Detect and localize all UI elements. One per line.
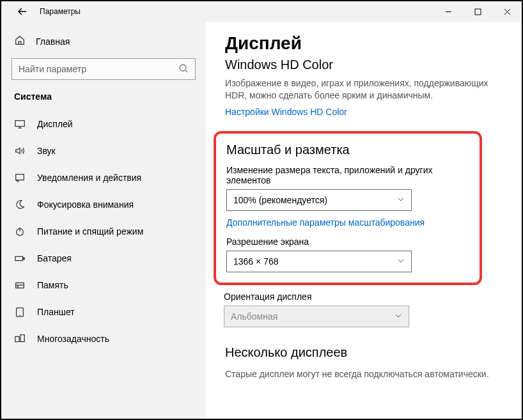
nav-label: Батарея <box>37 253 72 263</box>
svg-rect-2 <box>15 121 24 127</box>
scale-section-title: Масштаб и разметка <box>226 143 469 157</box>
orientation-combobox: Альбомная <box>224 306 409 327</box>
sidebar-home-label: Главная <box>36 36 70 47</box>
nav-label: Питание и спящий режим <box>37 226 143 237</box>
nav-item-display[interactable]: Дисплей <box>12 111 196 137</box>
nav-label: Звук <box>37 146 56 156</box>
notification-icon <box>14 172 26 183</box>
svg-rect-3 <box>16 175 24 180</box>
nav-item-focus[interactable]: Фокусировка внимания <box>12 191 196 218</box>
chevron-down-icon <box>397 256 405 267</box>
svg-rect-6 <box>23 258 24 260</box>
search-input[interactable]: Найти параметр <box>12 58 196 80</box>
hd-color-desc: Изображение в видео, играх и приложениях… <box>225 77 506 102</box>
scale-label: Изменение размера текста, приложений и д… <box>226 165 469 185</box>
nav-item-sound[interactable]: Звук <box>12 137 196 164</box>
advanced-scaling-link[interactable]: Дополнительные параметры масштабирования <box>226 217 425 228</box>
nav-item-notifications[interactable]: Уведомления и действия <box>12 164 196 191</box>
nav-item-power[interactable]: Питание и спящий режим <box>12 218 196 245</box>
resolution-combobox[interactable]: 1366 × 768 <box>226 251 412 272</box>
multi-displays-title: Несколько дисплеев <box>225 345 506 360</box>
titlebar: Параметры <box>1 1 522 22</box>
page-title: Дисплей <box>225 33 506 54</box>
battery-icon <box>14 253 26 264</box>
nav-label: Память <box>37 280 68 290</box>
main-content: Дисплей Windows HD Color Изображение в в… <box>206 22 522 419</box>
hd-color-link[interactable]: Настройки Windows HD Color <box>225 107 347 117</box>
svg-rect-11 <box>20 335 24 342</box>
nav-label: Многозадачность <box>37 334 109 344</box>
nav-label: Фокусировка внимания <box>37 199 134 210</box>
chevron-down-icon <box>394 311 402 322</box>
nav-label: Уведомления и действия <box>37 173 141 183</box>
minimize-button[interactable] <box>433 1 463 22</box>
resolution-label: Разрешение экрана <box>226 237 469 247</box>
speaker-icon <box>14 145 26 157</box>
scale-combobox[interactable]: 100% (рекомендуется) <box>226 189 412 211</box>
svg-rect-10 <box>15 336 19 341</box>
tablet-icon <box>14 306 26 318</box>
multi-displays-desc: Старые дисплеи могут не всегда подключат… <box>225 369 506 379</box>
nav-label: Дисплей <box>37 119 73 129</box>
resolution-value: 1366 × 768 <box>233 256 278 267</box>
search-placeholder: Найти параметр <box>19 64 86 74</box>
sidebar: Главная Найти параметр Система Дисплей З… <box>1 22 206 419</box>
nav-item-storage[interactable]: Память <box>12 272 196 299</box>
scale-section-highlight: Масштаб и разметка Изменение размера тек… <box>214 131 482 285</box>
storage-icon <box>14 279 26 291</box>
monitor-icon <box>14 118 26 130</box>
svg-point-1 <box>180 65 186 71</box>
nav-label: Планшет <box>37 307 75 317</box>
orientation-value: Альбомная <box>231 311 277 322</box>
svg-point-8 <box>17 286 18 287</box>
sidebar-home[interactable]: Главная <box>12 29 196 54</box>
nav-item-battery[interactable]: Батарея <box>12 245 196 272</box>
window-title: Параметры <box>40 7 81 16</box>
hd-color-title: Windows HD Color <box>225 58 506 72</box>
orientation-label: Ориентация дисплея <box>224 292 506 302</box>
close-button[interactable] <box>492 1 522 22</box>
home-icon <box>14 35 26 48</box>
multitask-icon <box>14 333 26 345</box>
scale-value: 100% (рекомендуется) <box>233 195 327 205</box>
nav-item-tablet[interactable]: Планшет <box>12 299 196 325</box>
chevron-down-icon <box>397 195 405 205</box>
search-icon <box>178 63 189 75</box>
sidebar-section-title: Система <box>14 91 196 102</box>
power-icon <box>14 226 26 237</box>
nav-item-multitasking[interactable]: Многозадачность <box>12 325 196 352</box>
svg-rect-0 <box>475 9 481 15</box>
svg-rect-5 <box>15 256 23 260</box>
maximize-button[interactable] <box>463 1 492 22</box>
nav-list: Дисплей Звук Уведомления и действия Фоку… <box>12 111 196 352</box>
moon-icon <box>14 199 26 210</box>
back-button[interactable] <box>17 6 28 17</box>
